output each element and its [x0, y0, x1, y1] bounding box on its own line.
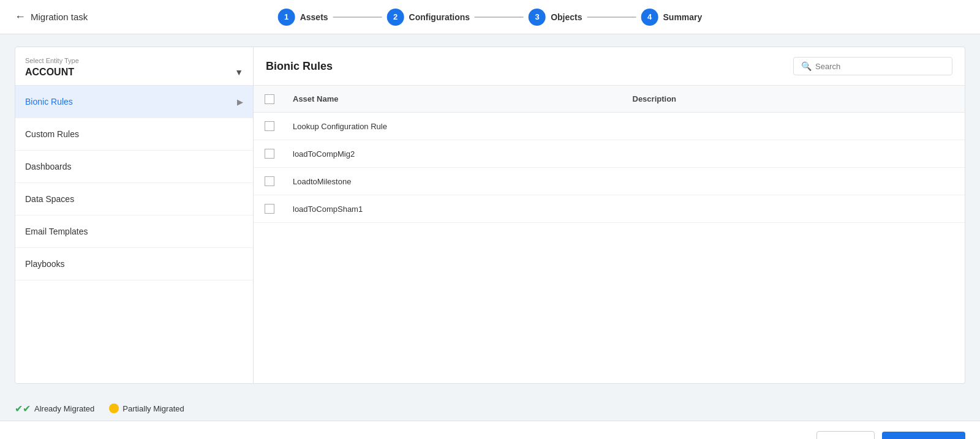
row-asset-name-2: loadToCompMig2: [285, 149, 625, 159]
step-line-2: [475, 17, 524, 18]
step-line-3: [587, 17, 636, 18]
row-asset-name-4: loadToCompSham1: [285, 204, 625, 214]
step-line-1: [333, 17, 382, 18]
step-3: 3 Objects: [529, 9, 582, 26]
sidebar-label-custom-rules: Custom Rules: [25, 129, 79, 139]
step-circle-4: 4: [641, 9, 658, 26]
back-arrow-icon: ←: [15, 10, 26, 23]
bottom-right-actions: BACK CONTINUE: [816, 431, 965, 439]
sidebar-list: Bionic Rules ▶ Custom Rules Dashboards D…: [15, 86, 253, 383]
table-row: loadToCompSham1: [254, 195, 965, 223]
select-all-checkbox[interactable]: [265, 94, 274, 104]
partially-migrated-legend: Partially Migrated: [109, 403, 184, 413]
column-header-description: Description: [625, 92, 965, 106]
stepper: 1 Assets 2 Configurations 3 Objects 4 Su…: [278, 9, 703, 26]
already-migrated-legend: ✔✔ Already Migrated: [15, 403, 94, 415]
step-circle-1: 1: [278, 9, 295, 26]
step-circle-3: 3: [529, 9, 546, 26]
search-icon: 🔍: [801, 61, 812, 71]
already-migrated-label: Already Migrated: [34, 404, 94, 413]
sidebar-item-custom-rules[interactable]: Custom Rules: [15, 118, 253, 151]
sidebar-item-playbooks[interactable]: Playbooks: [15, 248, 253, 280]
back-button[interactable]: ← Migration task: [15, 10, 88, 23]
column-header-asset-name: Asset Name: [285, 92, 625, 106]
partially-migrated-icon: [109, 403, 119, 413]
asset-table: Asset Name Description Lookup Configurat…: [254, 86, 965, 383]
left-panel: Select Entity Type ACCOUNT ▼ Bionic Rule…: [15, 47, 254, 384]
row-checkbox-1[interactable]: [265, 121, 274, 131]
entity-type-label: Select Entity Type: [25, 57, 243, 64]
row-checkbox-cell-4: [254, 204, 285, 214]
table-body: Lookup Configuration Rule loadToCompMig2…: [254, 113, 965, 383]
step-2: 2 Configurations: [387, 9, 470, 26]
step-1: 1 Assets: [278, 9, 328, 26]
table-row: LoadtoMilestone: [254, 168, 965, 195]
step-label-4: Summary: [663, 12, 703, 22]
sidebar-label-dashboards: Dashboards: [25, 162, 72, 171]
search-input[interactable]: [815, 62, 944, 71]
row-checkbox-3[interactable]: [265, 176, 274, 186]
sidebar-arrow-icon: ▶: [237, 97, 243, 107]
right-panel-header: Bionic Rules 🔍: [254, 47, 965, 86]
top-bar: ← Migration task 1 Assets 2 Configuratio…: [0, 0, 980, 34]
already-migrated-icon: ✔✔: [15, 403, 31, 415]
table-header: Asset Name Description: [254, 86, 965, 113]
sidebar-label-playbooks: Playbooks: [25, 259, 65, 269]
table-row: Lookup Configuration Rule: [254, 113, 965, 140]
sidebar-item-dashboards[interactable]: Dashboards: [15, 151, 253, 183]
entity-type-value: ACCOUNT: [25, 67, 74, 78]
row-checkbox-cell-1: [254, 121, 285, 131]
back-label: Migration task: [31, 12, 88, 22]
row-checkbox-cell-2: [254, 149, 285, 159]
row-checkbox-2[interactable]: [265, 149, 274, 159]
step-label-3: Objects: [551, 12, 582, 22]
row-checkbox-4[interactable]: [265, 204, 274, 214]
sidebar-label-bionic-rules: Bionic Rules: [25, 97, 73, 107]
row-checkbox-cell-3: [254, 176, 285, 186]
bottom-bar: CANCEL SAVE AND EXIT RUN DELTA PROCESS B…: [0, 421, 980, 439]
header-checkbox-cell: [254, 92, 285, 106]
row-asset-name-3: LoadtoMilestone: [285, 177, 625, 186]
sidebar-item-email-templates[interactable]: Email Templates: [15, 216, 253, 248]
continue-button[interactable]: CONTINUE: [882, 432, 965, 439]
table-row: loadToCompMig2: [254, 140, 965, 168]
sidebar-label-email-templates: Email Templates: [25, 227, 88, 236]
step-label-2: Configurations: [409, 12, 470, 22]
right-panel: Bionic Rules 🔍 Asset Name Description: [254, 47, 965, 384]
main-content: Select Entity Type ACCOUNT ▼ Bionic Rule…: [0, 34, 980, 396]
step-4: 4 Summary: [641, 9, 703, 26]
back-button-bottom[interactable]: BACK: [816, 431, 875, 439]
dropdown-arrow-icon: ▼: [235, 67, 243, 77]
row-asset-name-1: Lookup Configuration Rule: [285, 122, 625, 131]
entity-select-area[interactable]: Select Entity Type ACCOUNT ▼: [15, 47, 253, 86]
panel-title: Bionic Rules: [266, 60, 333, 73]
sidebar-item-data-spaces[interactable]: Data Spaces: [15, 183, 253, 216]
step-circle-2: 2: [387, 9, 404, 26]
left-panel-wrapper: Select Entity Type ACCOUNT ▼ Bionic Rule…: [15, 47, 254, 384]
legend-bar: ✔✔ Already Migrated Partially Migrated: [0, 396, 980, 421]
search-box[interactable]: 🔍: [793, 57, 952, 75]
partially-migrated-label: Partially Migrated: [123, 404, 184, 413]
sidebar-label-data-spaces: Data Spaces: [25, 194, 74, 204]
sidebar-item-bionic-rules[interactable]: Bionic Rules ▶: [15, 86, 253, 118]
step-label-1: Assets: [300, 12, 328, 22]
entity-type-dropdown[interactable]: ACCOUNT ▼: [25, 67, 243, 78]
